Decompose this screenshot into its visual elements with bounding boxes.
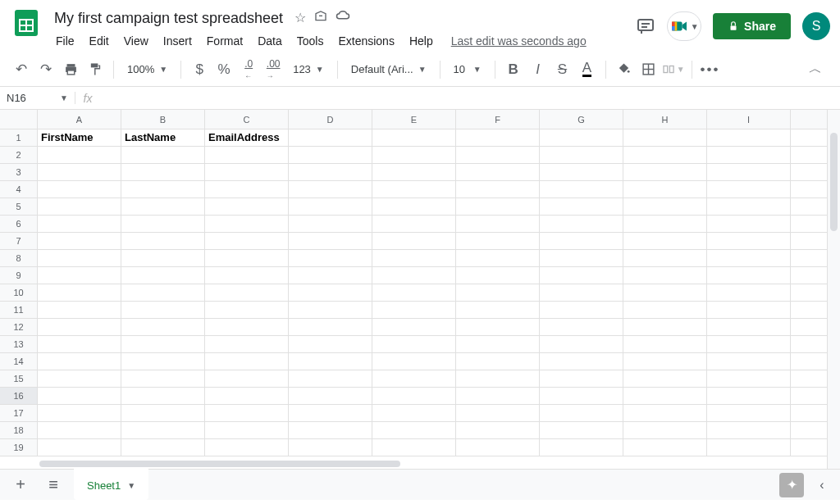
cell[interactable] <box>289 147 372 164</box>
cell[interactable] <box>623 164 707 181</box>
cell[interactable] <box>38 302 121 319</box>
menu-insert[interactable]: Insert <box>157 31 199 51</box>
cell[interactable] <box>707 181 791 198</box>
cell[interactable] <box>540 284 623 302</box>
italic-button[interactable]: I <box>527 58 550 81</box>
undo-button[interactable]: ↶ <box>10 58 33 81</box>
cell[interactable] <box>456 164 540 181</box>
name-box[interactable]: N16▼ <box>0 92 75 104</box>
cell[interactable] <box>456 284 540 302</box>
cell[interactable] <box>791 405 827 422</box>
cell[interactable] <box>289 336 372 353</box>
cell[interactable] <box>372 353 456 370</box>
row-header[interactable]: 8 <box>0 250 38 267</box>
column-header[interactable]: C <box>205 110 289 129</box>
print-button[interactable] <box>59 58 82 81</box>
cell[interactable] <box>623 439 707 456</box>
cell[interactable] <box>289 164 372 181</box>
cell[interactable] <box>205 336 289 353</box>
cell[interactable] <box>540 267 623 284</box>
cell[interactable] <box>205 422 289 439</box>
cell[interactable] <box>791 216 827 233</box>
cell[interactable] <box>540 164 623 181</box>
column-header[interactable]: I <box>707 110 791 129</box>
cell[interactable] <box>623 422 707 439</box>
cell[interactable] <box>456 319 540 336</box>
cell[interactable] <box>791 129 827 147</box>
currency-button[interactable]: $ <box>188 58 211 81</box>
cell[interactable] <box>38 319 121 336</box>
font-size-select[interactable]: 10▼ <box>447 60 488 79</box>
row-header[interactable]: 5 <box>0 198 38 216</box>
cell[interactable] <box>456 302 540 319</box>
column-header[interactable]: E <box>372 110 456 129</box>
cell[interactable] <box>205 233 289 250</box>
cell[interactable] <box>38 216 121 233</box>
cell[interactable] <box>38 267 121 284</box>
cell[interactable] <box>623 353 707 370</box>
row-header[interactable]: 2 <box>0 147 38 164</box>
borders-button[interactable] <box>637 58 660 81</box>
cell[interactable] <box>38 147 121 164</box>
cell[interactable] <box>540 147 623 164</box>
cell[interactable] <box>791 302 827 319</box>
cell[interactable] <box>623 405 707 422</box>
cell[interactable] <box>707 388 791 405</box>
cell[interactable] <box>623 267 707 284</box>
cell[interactable] <box>38 284 121 302</box>
cell[interactable] <box>540 181 623 198</box>
cell[interactable] <box>38 198 121 216</box>
menu-file[interactable]: File <box>49 31 81 51</box>
paint-format-button[interactable] <box>84 58 107 81</box>
cell[interactable] <box>540 422 623 439</box>
cell[interactable] <box>791 198 827 216</box>
cell[interactable] <box>791 370 827 388</box>
column-header[interactable]: F <box>456 110 540 129</box>
cell[interactable] <box>623 181 707 198</box>
cell[interactable] <box>372 422 456 439</box>
sheet-tab[interactable]: Sheet1 ▼ <box>74 469 148 500</box>
cell[interactable] <box>456 353 540 370</box>
cell[interactable] <box>791 181 827 198</box>
meet-button[interactable]: ▼ <box>667 11 701 41</box>
row-header[interactable]: 6 <box>0 216 38 233</box>
cell[interactable] <box>623 284 707 302</box>
cell[interactable] <box>289 319 372 336</box>
cell[interactable] <box>38 250 121 267</box>
document-title[interactable]: My first campaign test spreadsheet <box>49 8 288 29</box>
cell[interactable] <box>540 388 623 405</box>
cell[interactable] <box>372 181 456 198</box>
cell[interactable] <box>707 353 791 370</box>
cell[interactable] <box>289 370 372 388</box>
cell[interactable] <box>372 284 456 302</box>
cell[interactable] <box>540 439 623 456</box>
cell[interactable] <box>38 181 121 198</box>
cell[interactable] <box>205 147 289 164</box>
cell[interactable] <box>121 250 205 267</box>
row-header[interactable]: 19 <box>0 439 38 456</box>
cell[interactable] <box>289 267 372 284</box>
cell[interactable] <box>205 388 289 405</box>
cell[interactable] <box>205 302 289 319</box>
row-header[interactable]: 12 <box>0 319 38 336</box>
cell[interactable] <box>372 319 456 336</box>
cell[interactable] <box>791 164 827 181</box>
cell[interactable] <box>540 216 623 233</box>
vertical-scrollbar[interactable] <box>827 110 840 469</box>
more-toolbar-button[interactable]: ••• <box>699 58 722 81</box>
cell[interactable] <box>456 198 540 216</box>
cell[interactable] <box>456 370 540 388</box>
cell[interactable] <box>707 267 791 284</box>
cell[interactable] <box>623 250 707 267</box>
menu-help[interactable]: Help <box>403 31 440 51</box>
cell[interactable] <box>791 353 827 370</box>
cell[interactable] <box>289 405 372 422</box>
cell[interactable] <box>121 422 205 439</box>
cell[interactable] <box>456 267 540 284</box>
cell[interactable] <box>372 129 456 147</box>
cell[interactable] <box>372 302 456 319</box>
cell[interactable] <box>205 164 289 181</box>
cell[interactable] <box>540 302 623 319</box>
cell[interactable] <box>540 370 623 388</box>
cell[interactable] <box>121 267 205 284</box>
